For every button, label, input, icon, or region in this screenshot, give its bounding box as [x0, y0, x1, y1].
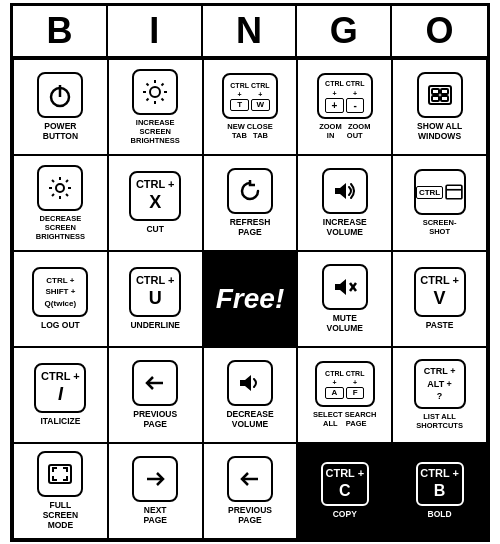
ctrl-i-icon: CTRL +I — [34, 363, 86, 413]
fullscreen-icon — [37, 451, 83, 497]
cell-label: Previouspage — [228, 505, 272, 525]
header-g: G — [297, 6, 392, 56]
cell-label: COPY — [333, 509, 357, 519]
svg-line-7 — [147, 83, 149, 85]
cell-label: Nextpage — [143, 505, 166, 525]
cell-brightness-up: Increasescreenbrightness — [108, 59, 203, 155]
refresh-icon — [227, 168, 273, 214]
cell-italicize: CTRL +I ITALICIZE — [13, 347, 108, 443]
svg-rect-26 — [446, 185, 462, 199]
cell-prev-page-1: Previouspage — [108, 347, 203, 443]
svg-marker-28 — [335, 279, 346, 295]
cell-label: PASTE — [426, 320, 454, 330]
svg-point-16 — [56, 184, 64, 192]
svg-line-10 — [147, 98, 149, 100]
cell-label: NEW CLOSETAB TAB — [227, 122, 272, 140]
cell-label: ITALICIZE — [40, 416, 80, 426]
ctrl-v-icon: CTRL +V — [414, 267, 466, 317]
cell-brightness-down: Decreasescreenbrightness — [13, 155, 108, 251]
cell-label: Decreasescreenbrightness — [36, 214, 85, 241]
cell-volume-down: Decreasevolume — [203, 347, 298, 443]
cell-refresh: Refreshpage — [203, 155, 298, 251]
cell-show-all-windows: Show allwindows — [392, 59, 487, 155]
bingo-grid: PowerButton Increasescreenbrightness — [13, 59, 487, 539]
cell-underline: CTRL +U UNDERLINE — [108, 251, 203, 347]
ctrl-t-w-icon: CTRL + T CTRL + W — [222, 73, 278, 119]
arrow-right-icon — [132, 456, 178, 502]
screenshot-icon: CTRL — [414, 169, 466, 215]
power-icon — [37, 72, 83, 118]
header-n: N — [203, 6, 298, 56]
cell-paste: CTRL +V PASTE — [392, 251, 487, 347]
bingo-header: B I N G O — [13, 6, 487, 59]
svg-rect-13 — [441, 89, 448, 94]
ctrl-x-icon: CTRL +X — [129, 171, 181, 221]
cell-free: Free! — [203, 251, 298, 347]
cell-screenshot: CTRL SCREEN-SHOT — [392, 155, 487, 251]
cell-label: Decreasevolume — [226, 409, 273, 429]
cell-copy: CTRL +C COPY — [297, 443, 392, 539]
header-i: I — [108, 6, 203, 56]
svg-rect-12 — [432, 89, 439, 94]
svg-line-24 — [52, 194, 54, 196]
cell-zoom: CTRL + + CTRL + - ZOOM ZOOMIN OUT — [297, 59, 392, 155]
brightness-up-icon — [132, 69, 178, 115]
cell-list-shortcuts: CTRL +ALT +? LIST ALLSHORTCUTS — [392, 347, 487, 443]
cell-mute: Mutevolume — [297, 251, 392, 347]
svg-line-21 — [52, 180, 54, 182]
cell-label: Increasescreenbrightness — [131, 118, 180, 145]
cell-label: UNDERLINE — [130, 320, 180, 330]
cell-select-search: CTRL + A CTRL + F SELECT SEARCHALL PAGE — [297, 347, 392, 443]
arrow-left2-icon — [227, 456, 273, 502]
svg-line-22 — [66, 194, 68, 196]
cell-label: PowerButton — [43, 121, 78, 141]
volume-down-icon — [227, 360, 273, 406]
cell-label: Show allwindows — [417, 121, 462, 141]
ctrl-a-f-icon: CTRL + A CTRL + F — [315, 361, 375, 407]
bingo-card: B I N G O PowerButton — [10, 3, 490, 542]
cell-label: SELECT SEARCHALL PAGE — [313, 410, 376, 428]
cell-prev-page-2: Previouspage — [203, 443, 298, 539]
svg-rect-14 — [432, 96, 439, 101]
cell-power-button: PowerButton — [13, 59, 108, 155]
cell-label: Previouspage — [133, 409, 177, 429]
cell-label: ZOOM ZOOMIN OUT — [319, 122, 370, 140]
ctrl-alt-?-icon: CTRL +ALT +? — [414, 359, 466, 409]
svg-line-23 — [66, 180, 68, 182]
cell-label: SCREEN-SHOT — [423, 218, 457, 236]
ctrl-shift-q-icon: CTRL +SHIFT +Q(twice) — [32, 267, 88, 317]
cell-next-page: Nextpage — [108, 443, 203, 539]
brightness-down-icon — [37, 165, 83, 211]
cell-label: BOLD — [428, 509, 452, 519]
volume-up-icon — [322, 168, 368, 214]
header-b: B — [13, 6, 108, 56]
cell-label: Increasevolume — [323, 217, 367, 237]
mute-icon — [322, 264, 368, 310]
svg-line-8 — [162, 98, 164, 100]
cell-cut: CTRL +X CUT — [108, 155, 203, 251]
svg-marker-32 — [240, 375, 251, 391]
svg-line-9 — [162, 83, 164, 85]
cell-label: LIST ALLSHORTCUTS — [416, 412, 463, 430]
ctrl-u-icon: CTRL +U — [129, 267, 181, 317]
cell-label: Refreshpage — [230, 217, 271, 237]
cell-label: Mutevolume — [327, 313, 363, 333]
svg-marker-25 — [335, 183, 346, 199]
windows-icon — [417, 72, 463, 118]
svg-rect-15 — [441, 96, 448, 101]
zoom-icon: CTRL + + CTRL + - — [317, 73, 373, 119]
cell-bold: CTRL +B BOLD — [392, 443, 487, 539]
header-o: O — [392, 6, 487, 56]
arrow-left-icon — [132, 360, 178, 406]
cell-volume-up: Increasevolume — [297, 155, 392, 251]
cell-label: Fullscreenmode — [43, 500, 78, 531]
cell-fullscreen: Fullscreenmode — [13, 443, 108, 539]
cell-label: LOG OUT — [41, 320, 80, 330]
cell-label: CUT — [146, 224, 163, 234]
cell-new-close-tab: CTRL + T CTRL + W NEW CLOSETAB TAB — [203, 59, 298, 155]
free-label: Free! — [216, 283, 284, 315]
cell-logout: CTRL +SHIFT +Q(twice) LOG OUT — [13, 251, 108, 347]
svg-point-2 — [150, 87, 160, 97]
